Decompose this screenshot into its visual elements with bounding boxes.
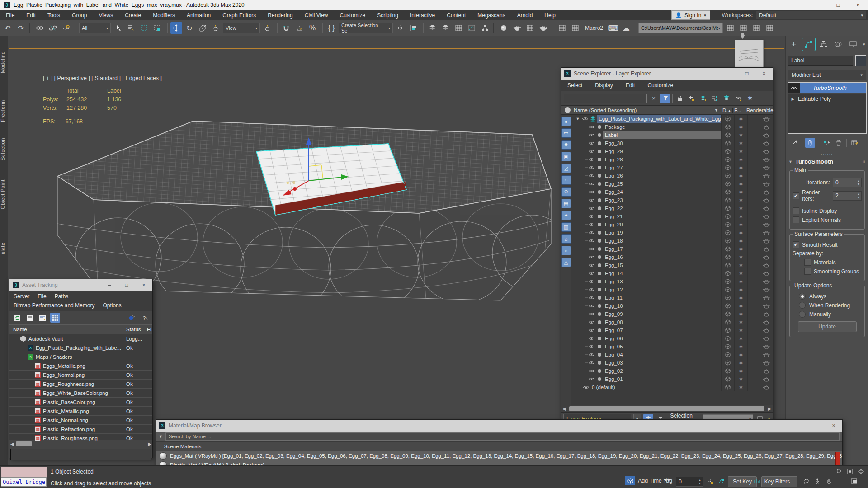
- visibility-eye-icon[interactable]: [581, 117, 589, 121]
- create-tab[interactable]: +: [788, 38, 800, 51]
- layer-name[interactable]: Egg_22: [603, 204, 721, 212]
- visibility-eye-icon[interactable]: [588, 230, 595, 235]
- walkthrough-person-icon[interactable]: [812, 477, 822, 486]
- minimize-button[interactable]: –: [721, 68, 738, 80]
- maxscript-listener-field[interactable]: Quixel Bridge: [1, 477, 47, 487]
- display-toggle-cube-icon[interactable]: [721, 115, 734, 123]
- visibility-eye-icon[interactable]: [588, 296, 595, 300]
- layer-name[interactable]: Egg_15: [603, 261, 721, 269]
- display-filter-icon-6[interactable]: ≈: [561, 175, 571, 185]
- modifier-turbosmooth[interactable]: TurboSmooth: [788, 83, 866, 94]
- asset-row[interactable]: ▦Eggs_Metallic.pngOk: [9, 361, 152, 371]
- renderable-teapot-icon[interactable]: [747, 375, 773, 383]
- select-and-rotate-icon[interactable]: ↻: [184, 22, 195, 34]
- freeze-toggle-icon[interactable]: ✱: [734, 351, 747, 359]
- close-button[interactable]: ×: [755, 68, 773, 80]
- freeze-toggle-icon[interactable]: ✱: [734, 310, 747, 318]
- hierarchy-tab[interactable]: [818, 38, 830, 51]
- menu-graph-editors[interactable]: Graph Editors: [217, 10, 262, 20]
- layer-row[interactable]: Egg_03✱: [571, 359, 773, 367]
- display-filter-icon-1[interactable]: ●: [561, 117, 571, 126]
- object-color-swatch[interactable]: [855, 55, 866, 66]
- freeze-category-icon[interactable]: ✱: [745, 94, 755, 103]
- layer-row[interactable]: 0 (default)✱: [571, 383, 773, 391]
- display-filter-icon-8[interactable]: ▤: [561, 199, 571, 208]
- display-filter-icon-2[interactable]: ▭: [561, 128, 571, 138]
- render-iters-spinner[interactable]: 2 ▲▼: [833, 191, 862, 201]
- layer-name[interactable]: Egg_17: [603, 245, 721, 253]
- layer-name[interactable]: Egg_28: [603, 155, 721, 164]
- prev-frame-icon[interactable]: ◀: [664, 477, 667, 482]
- display-toggle-cube-icon[interactable]: [721, 277, 734, 286]
- visibility-eye-icon[interactable]: [588, 174, 595, 178]
- key-filters-button[interactable]: Key Filters...: [761, 476, 797, 487]
- freeze-toggle-icon[interactable]: ✱: [734, 343, 747, 351]
- render-iters-checkbox[interactable]: ✔: [793, 192, 799, 199]
- display-toggle-cube-icon[interactable]: [721, 343, 734, 351]
- renderable-teapot-icon[interactable]: [747, 164, 773, 172]
- asset-row[interactable]: ▦Plastic_Refraction.pngOk: [9, 425, 152, 434]
- collapse-icon[interactable]: ▼: [159, 434, 163, 439]
- display-toggle-cube-icon[interactable]: [721, 351, 734, 359]
- layer-name[interactable]: Egg_30: [603, 139, 721, 147]
- material-browser-titlebar[interactable]: 3 Material/Map Browser ×: [156, 420, 842, 432]
- renderable-teapot-icon[interactable]: [747, 318, 773, 326]
- display-filter-icon-9[interactable]: ✦: [561, 211, 571, 220]
- renderable-teapot-icon[interactable]: [747, 310, 773, 318]
- layer-row[interactable]: Egg_30✱: [571, 139, 773, 147]
- renderable-teapot-icon[interactable]: [747, 253, 773, 261]
- layer-manager-icon[interactable]: [439, 22, 451, 34]
- turbosmooth-rollout-header[interactable]: ▼ TurboSmooth ⠿: [786, 155, 868, 166]
- display-toggle-cube-icon[interactable]: [721, 164, 734, 172]
- remove-modifier-icon[interactable]: [834, 138, 844, 148]
- layer-name[interactable]: Egg_23: [603, 196, 721, 204]
- display-toggle-cube-icon[interactable]: [721, 139, 734, 147]
- utilities-tab-dropdown[interactable]: ▾: [861, 38, 867, 51]
- display-filter-icon-12[interactable]: ○: [561, 246, 571, 255]
- menu-group[interactable]: Group: [66, 10, 93, 20]
- freeze-toggle-icon[interactable]: ✱: [734, 147, 747, 155]
- add-to-layer-icon[interactable]: [698, 94, 708, 103]
- renderable-teapot-icon[interactable]: [747, 139, 773, 147]
- layer-name[interactable]: Egg_24: [603, 188, 721, 196]
- display-filter-icon-7[interactable]: ⊙: [561, 187, 571, 197]
- menu-content[interactable]: Content: [441, 10, 472, 20]
- asset-row[interactable]: ▦Eggs_White_BaseColor.pngOk: [9, 389, 152, 398]
- layer-row[interactable]: Egg_23✱: [571, 196, 773, 204]
- curve-editor-icon[interactable]: [466, 22, 477, 34]
- menu-create[interactable]: Create: [119, 10, 147, 20]
- search-input[interactable]: [564, 94, 647, 103]
- layer-name[interactable]: Egg_03: [603, 359, 721, 367]
- next-frame-icon[interactable]: ▶: [668, 477, 671, 482]
- workspace-window-1-icon[interactable]: [724, 22, 736, 34]
- horizontal-scrollbar[interactable]: ◀ ▶: [561, 405, 773, 412]
- layer-row[interactable]: Egg_24✱: [571, 188, 773, 196]
- select-object-icon[interactable]: [112, 22, 124, 34]
- visibility-eye-icon[interactable]: [588, 214, 595, 219]
- minimize-button[interactable]: –: [101, 279, 118, 291]
- visibility-eye-icon[interactable]: [588, 157, 595, 162]
- maximize-viewport-toggle-icon[interactable]: [849, 477, 859, 486]
- layer-row[interactable]: Egg_16✱: [571, 253, 773, 261]
- at-menu-bitmap-performance-and-memory[interactable]: Bitmap Performance and Memory: [9, 301, 99, 310]
- se-menu-edit[interactable]: Edit: [619, 80, 642, 91]
- freeze-toggle-icon[interactable]: ✱: [734, 375, 747, 383]
- display-toggle-cube-icon[interactable]: [721, 269, 734, 277]
- layer-row[interactable]: Egg_17✱: [571, 245, 773, 253]
- menu-file[interactable]: File: [0, 10, 20, 20]
- material-search-input[interactable]: Search by Name ...: [165, 432, 840, 441]
- renderable-teapot-icon[interactable]: [747, 351, 773, 359]
- visibility-eye-icon[interactable]: [588, 165, 595, 170]
- layer-row[interactable]: Egg_20✱: [571, 221, 773, 229]
- display-toggle-cube-icon[interactable]: [721, 383, 734, 391]
- visibility-eye-icon[interactable]: [588, 336, 595, 341]
- display-filter-icon-3[interactable]: ✹: [561, 140, 571, 150]
- display-toggle-cube-icon[interactable]: [721, 204, 734, 212]
- select-and-move-icon[interactable]: [170, 22, 182, 34]
- percent-snap-icon[interactable]: %: [307, 22, 318, 34]
- renderable-teapot-icon[interactable]: [747, 326, 773, 334]
- display-toggle-cube-icon[interactable]: [721, 229, 734, 237]
- layer-row[interactable]: Egg_15✱: [571, 261, 773, 269]
- reference-coordinate-dropdown[interactable]: View▾: [223, 23, 260, 33]
- display-toggle-cube-icon[interactable]: [721, 261, 734, 269]
